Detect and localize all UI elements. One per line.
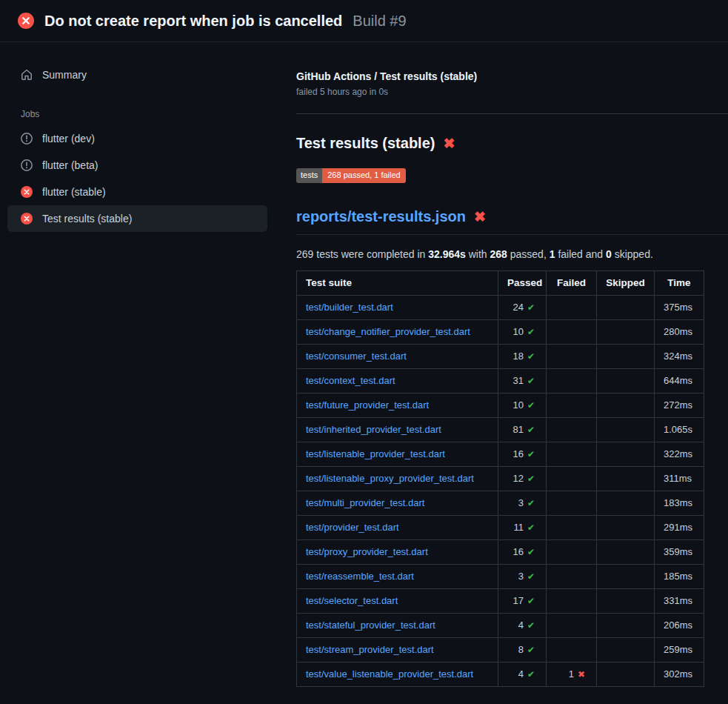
failed-x-icon: ✖ — [474, 210, 486, 224]
suite-cell: test/listenable_provider_test.dart — [297, 442, 498, 467]
check-icon: ✔ — [527, 620, 535, 631]
skipped-cell — [597, 638, 655, 663]
skipped-cell — [597, 418, 655, 442]
summary-segment: 269 tests were completed in — [296, 248, 428, 260]
summary-segment: 268 — [490, 248, 507, 260]
suite-link[interactable]: test/stream_provider_test.dart — [306, 644, 434, 655]
skipped-cell — [597, 345, 655, 369]
summary-sentence: 269 tests were completed in 32.964s with… — [296, 248, 728, 260]
sidebar-item-test-results-stable[interactable]: Test results (stable) — [7, 205, 267, 232]
skipped-cell — [597, 614, 655, 638]
suite-cell: test/future_provider_test.dart — [297, 393, 498, 418]
skipped-cell — [597, 589, 655, 614]
table-row: test/selector_test.dart17✔331ms — [297, 589, 704, 614]
passed-cell: 3✔ — [498, 565, 547, 589]
suite-link[interactable]: test/proxy_provider_test.dart — [306, 546, 428, 557]
table-row: test/value_listenable_provider_test.dart… — [297, 663, 704, 687]
sidebar-item-summary[interactable]: Summary — [7, 62, 267, 88]
suite-link[interactable]: test/future_provider_test.dart — [306, 399, 429, 411]
col-header-passed: Passed — [498, 271, 547, 296]
summary-segment: passed, — [507, 248, 550, 260]
sidebar-item-flutter-dev[interactable]: flutter (dev) — [7, 125, 267, 152]
suite-link[interactable]: test/provider_test.dart — [306, 522, 399, 533]
summary-segment: failed and — [555, 248, 607, 260]
table-row: test/builder_test.dart24✔375ms — [297, 296, 704, 320]
col-header-failed: Failed — [547, 271, 597, 296]
count-value: 17 — [512, 595, 523, 606]
sidebar-item-flutter-stable[interactable]: flutter (stable) — [7, 179, 267, 205]
count-value: 3 — [518, 571, 524, 582]
passed-cell: 16✔ — [498, 540, 547, 565]
suite-cell: test/context_test.dart — [297, 369, 498, 393]
check-icon: ✔ — [527, 522, 535, 533]
suite-link[interactable]: test/multi_provider_test.dart — [306, 497, 424, 508]
passed-cell: 18✔ — [498, 345, 547, 369]
time-cell: 359ms — [655, 540, 704, 565]
suite-link[interactable]: test/change_notifier_provider_test.dart — [306, 326, 470, 337]
run-header: Do not create report when job is cancell… — [0, 0, 728, 42]
time-cell: 183ms — [655, 491, 704, 516]
sidebar-item-flutter-beta[interactable]: flutter (beta) — [7, 152, 267, 179]
count-value: 12 — [512, 473, 523, 484]
time-cell: 302ms — [655, 663, 704, 687]
count-value: 16 — [512, 546, 523, 557]
failed-cell — [547, 369, 597, 393]
suite-link[interactable]: test/consumer_test.dart — [306, 351, 407, 362]
results-table: Test suite Passed Failed Skipped Time te… — [296, 270, 704, 687]
suite-cell: test/selector_test.dart — [297, 589, 498, 614]
skipped-cell — [597, 491, 655, 516]
x-circle-icon — [21, 186, 33, 198]
suite-link[interactable]: test/value_listenable_provider_test.dart — [306, 668, 473, 680]
check-section-title: Test results (stable) ✖ — [296, 135, 728, 152]
failed-cell: 1✖ — [547, 663, 597, 687]
skipped-cell — [597, 663, 655, 687]
failed-cell — [547, 491, 597, 516]
passed-cell: 8✔ — [498, 638, 547, 663]
suite-cell: test/change_notifier_provider_test.dart — [297, 320, 498, 345]
suite-link[interactable]: test/inherited_provider_test.dart — [306, 424, 441, 435]
failed-cell — [547, 418, 597, 442]
failed-cell — [547, 540, 597, 565]
time-cell: 280ms — [655, 320, 704, 345]
table-row: test/inherited_provider_test.dart81✔1.06… — [297, 418, 704, 442]
count-value: 3 — [518, 497, 524, 508]
skipped-cell — [597, 393, 655, 418]
count-value: 16 — [512, 448, 523, 459]
skipped-cell — [597, 467, 655, 491]
suite-link[interactable]: test/stateful_provider_test.dart — [306, 620, 435, 631]
report-heading: reports/test-results.json ✖ — [296, 208, 728, 235]
table-row: test/listenable_proxy_provider_test.dart… — [297, 467, 704, 491]
summary-segment: 1 — [550, 248, 555, 260]
suite-link[interactable]: test/reassemble_test.dart — [306, 571, 414, 582]
suite-cell: test/reassemble_test.dart — [297, 565, 498, 589]
passed-cell: 10✔ — [498, 393, 547, 418]
suite-link[interactable]: test/listenable_proxy_provider_test.dart — [306, 473, 474, 484]
suite-link[interactable]: test/builder_test.dart — [306, 302, 393, 313]
badge-value: 268 passed, 1 failed — [322, 168, 405, 183]
skipped-cell — [597, 516, 655, 540]
report-link[interactable]: reports/test-results.json — [296, 208, 466, 225]
suite-link[interactable]: test/listenable_provider_test.dart — [306, 448, 445, 459]
failed-cell — [547, 296, 597, 320]
count-value: 4 — [518, 620, 524, 631]
failed-x-icon: ✖ — [443, 136, 455, 150]
table-row: test/future_provider_test.dart10✔272ms — [297, 393, 704, 418]
check-icon: ✔ — [527, 669, 535, 680]
suite-cell: test/stateful_provider_test.dart — [297, 614, 498, 638]
suite-cell: test/provider_test.dart — [297, 516, 498, 540]
count-value: 81 — [512, 424, 523, 435]
table-row: test/stream_provider_test.dart8✔259ms — [297, 638, 704, 663]
jobs-heading: Jobs — [21, 109, 267, 119]
breadcrumb: GitHub Actions / Test results (stable) — [296, 70, 728, 82]
failed-cell — [547, 467, 597, 491]
suite-link[interactable]: test/selector_test.dart — [306, 595, 398, 606]
suite-link[interactable]: test/context_test.dart — [306, 375, 395, 386]
suite-cell: test/proxy_provider_test.dart — [297, 540, 498, 565]
time-cell: 322ms — [655, 442, 704, 467]
x-circle-icon — [18, 13, 34, 29]
failed-cell — [547, 442, 597, 467]
passed-cell: 4✔ — [498, 663, 547, 687]
time-cell: 324ms — [655, 345, 704, 369]
col-header-skipped: Skipped — [597, 271, 655, 296]
suite-cell: test/builder_test.dart — [297, 296, 498, 320]
